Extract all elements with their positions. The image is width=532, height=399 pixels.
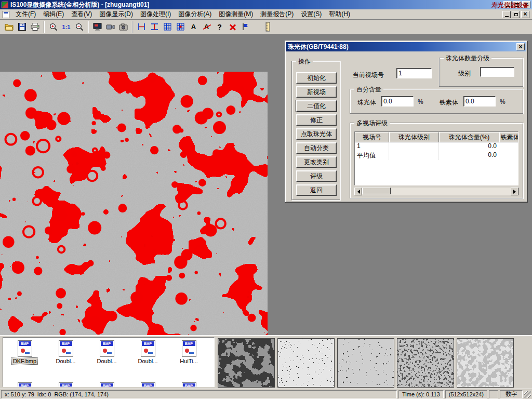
document-icon[interactable] — [3, 11, 9, 18]
binarize-button[interactable]: 二值化 — [296, 100, 337, 112]
time-status: Time (s): 0.113 — [398, 390, 444, 398]
application-window: IS100显微摄像系统(金相分析版) - [zhuguangti01] × 寿光… — [0, 0, 532, 399]
menu-item-measure-report[interactable]: 测量报告(P) — [257, 9, 297, 20]
grade-button[interactable]: 评级 — [296, 170, 337, 182]
thumbnail-strip — [218, 338, 514, 388]
zoom-out-icon — [75, 23, 84, 31]
return-button[interactable]: 返回 — [296, 184, 337, 196]
table-header-row: 视场号 珠光体级别 珠光体含量(%) 铁素体含量(%) — [355, 132, 518, 142]
new-field-button[interactable]: 新视场 — [296, 86, 337, 98]
file-item[interactable]: BMP — [127, 382, 168, 387]
count-grid-button[interactable] — [174, 21, 187, 33]
menu-item-image-measure[interactable]: 图像测量(M) — [215, 9, 257, 20]
file-item-double-1[interactable]: BMP Doubl... — [45, 340, 86, 364]
zoom-in-button[interactable] — [47, 21, 60, 33]
help-button[interactable]: ? — [213, 21, 226, 33]
mdi-restore-icon — [514, 13, 518, 16]
bmp-file-icon: BMP — [100, 340, 114, 357]
grade-input[interactable] — [480, 67, 514, 77]
menu-item-view[interactable]: 查看(V) — [68, 9, 96, 20]
pearlite-percent-input[interactable] — [381, 96, 414, 107]
camera-button[interactable] — [117, 21, 130, 33]
file-item-dkf[interactable]: BMP DKF.bmp — [4, 340, 45, 364]
metallographic-image[interactable] — [0, 72, 268, 335]
mode-status: 数字 — [500, 390, 523, 398]
open-file-button[interactable] — [3, 21, 16, 33]
table-cell — [389, 151, 439, 160]
thumbnail-image-4[interactable] — [397, 338, 454, 388]
print-button[interactable] — [29, 21, 42, 33]
auto-classify-button[interactable]: 自动分类 — [296, 142, 337, 154]
text-annotation-button[interactable]: A — [187, 21, 200, 33]
file-item[interactable]: BMP — [4, 382, 45, 387]
dialog-close-button[interactable]: × — [516, 43, 525, 50]
scrollbar-thumb[interactable] — [362, 188, 391, 194]
toolbar-separator — [44, 21, 45, 33]
video-button[interactable] — [104, 21, 117, 33]
current-field-input[interactable] — [396, 68, 432, 78]
measure-height-button[interactable] — [148, 21, 161, 33]
mdi-minimize-icon — [505, 16, 509, 17]
thumbnail-image-5[interactable] — [457, 338, 514, 388]
capture-button[interactable] — [91, 21, 104, 33]
menu-item-edit[interactable]: 编辑(E) — [39, 9, 68, 20]
thumbnail-image-1[interactable] — [218, 338, 275, 388]
vendor-watermark: 寿光仪器设备 — [491, 1, 529, 10]
dialog-title: 珠光体(GB/T9441-88) — [288, 43, 349, 51]
file-item[interactable]: BMP — [86, 382, 127, 387]
pearlite-dialog: 珠光体(GB/T9441-88) × 操作 初始化 新视场 二值化 修正 点取珠… — [285, 41, 528, 203]
table-row[interactable]: 1 0.0 — [355, 142, 518, 151]
scrollbar-track[interactable] — [362, 188, 511, 195]
file-item-double-3[interactable]: BMP Doubl... — [127, 340, 168, 364]
delete-measure-button[interactable] — [226, 21, 239, 33]
toolbar: 1:1 A A — [0, 20, 532, 34]
pick-pearlite-button[interactable]: 点取珠光体 — [296, 128, 337, 140]
save-button[interactable] — [16, 21, 29, 33]
menu-item-image-process[interactable]: 图像处理(I) — [137, 9, 175, 20]
table-cell: 0.0 — [439, 151, 499, 160]
file-item[interactable]: BMP — [168, 382, 209, 387]
dialog-title-bar[interactable]: 珠光体(GB/T9441-88) × — [286, 42, 526, 51]
file-item[interactable]: BMP — [45, 382, 86, 387]
video-camera-icon — [106, 23, 115, 31]
menu-item-settings[interactable]: 设置(S) — [297, 9, 325, 20]
delete-annotation-button[interactable]: A — [200, 21, 213, 33]
menu-item-help[interactable]: 帮助(H) — [325, 9, 354, 20]
mdi-minimize-button[interactable] — [502, 11, 511, 18]
ferrite-percent-input[interactable] — [463, 96, 496, 107]
menu-item-image-analysis[interactable]: 图像分析(A) — [175, 9, 215, 20]
grid-button[interactable] — [161, 21, 174, 33]
file-item-huiti[interactable]: BMP HuiTi... — [168, 340, 209, 364]
pearlite-percent-sign: % — [418, 98, 423, 105]
left-arrow-icon — [355, 190, 360, 194]
menu-item-image-display[interactable]: 图像显示(D) — [96, 9, 137, 20]
pointer-button[interactable] — [239, 21, 252, 33]
correct-button[interactable]: 修正 — [296, 114, 337, 126]
ruler-button[interactable] — [261, 21, 274, 33]
scroll-left-button[interactable] — [354, 188, 362, 195]
mdi-restore-button[interactable] — [512, 11, 520, 18]
title-bar[interactable]: IS100显微摄像系统(金相分析版) - [zhuguangti01] × — [0, 0, 532, 9]
table-row[interactable]: 平均值 0.0 — [355, 151, 518, 160]
mdi-close-icon: × — [523, 11, 527, 17]
actual-size-button[interactable]: 1:1 — [60, 21, 73, 33]
scroll-right-button[interactable] — [511, 188, 518, 195]
thumbnail-image-3[interactable] — [337, 338, 394, 388]
image-size-status: (512x512x24) — [445, 390, 487, 398]
measure-width-button[interactable] — [135, 21, 148, 33]
zoom-out-button[interactable] — [73, 21, 86, 33]
bmp-file-icon: BMP — [100, 382, 114, 387]
thumbnail-image-2[interactable] — [277, 338, 335, 388]
toolbar-separator — [132, 21, 133, 33]
menu-item-file[interactable]: 文件(F) — [12, 9, 39, 20]
table-header-grade: 珠光体级别 — [389, 132, 439, 142]
file-label: HuiTi... — [179, 358, 198, 364]
change-category-button[interactable]: 更改类别 — [296, 156, 337, 168]
table-cell: 1 — [355, 142, 389, 151]
horizontal-scrollbar[interactable] — [354, 188, 518, 195]
file-row: BMP DKF.bmp BMP Doubl... BMP Doubl... BM… — [4, 340, 213, 364]
mdi-close-button[interactable]: × — [521, 11, 529, 18]
file-item-double-2[interactable]: BMP Doubl... — [86, 340, 127, 364]
initialize-button[interactable]: 初始化 — [296, 72, 337, 84]
mdi-window-controls: × — [502, 11, 529, 18]
